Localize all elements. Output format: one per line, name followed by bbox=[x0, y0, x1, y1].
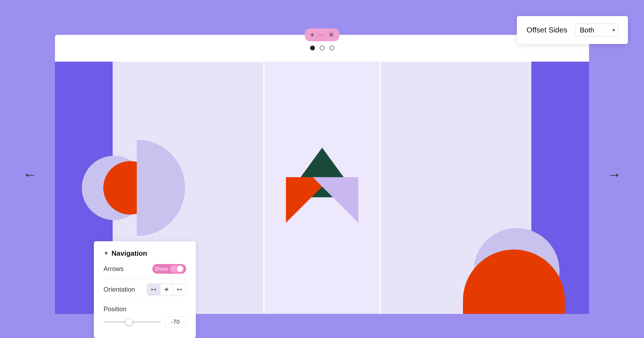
toggle-thumb bbox=[177, 266, 183, 272]
toggle-container[interactable]: Show bbox=[152, 264, 186, 274]
dot-2[interactable] bbox=[320, 46, 325, 50]
svg-rect-7 bbox=[181, 288, 182, 291]
orientation-label: Orientation bbox=[104, 286, 135, 293]
orientation-center-btn[interactable] bbox=[160, 284, 173, 295]
dot-1[interactable] bbox=[310, 46, 315, 50]
orientation-group bbox=[147, 284, 186, 295]
toggle-track[interactable] bbox=[170, 265, 184, 273]
orientation-row: Orientation bbox=[104, 284, 186, 295]
position-label: Position bbox=[104, 305, 186, 313]
slider-value[interactable]: -70 bbox=[165, 317, 186, 327]
orientation-left-btn[interactable] bbox=[147, 284, 160, 295]
left-half-circle bbox=[137, 140, 185, 236]
diamond-wrapper bbox=[277, 142, 368, 233]
slide-center bbox=[264, 62, 380, 314]
position-section: Position -70 bbox=[104, 305, 186, 327]
drag-icon[interactable]: ⋯ bbox=[318, 31, 325, 38]
nav-arrow-right[interactable]: → bbox=[607, 168, 621, 181]
nav-panel-title: ▼ Navigation bbox=[104, 249, 186, 258]
arrows-label: Arrows bbox=[104, 265, 124, 273]
nav-panel: ▼ Navigation Arrows Show Orientation bbox=[94, 241, 196, 338]
nav-arrow-left[interactable]: ← bbox=[23, 168, 37, 181]
divider-2 bbox=[104, 301, 186, 301]
slider-thumb[interactable] bbox=[125, 318, 133, 326]
collapse-icon[interactable]: ▼ bbox=[104, 250, 109, 257]
toolbar-pill: + ⋯ ✕ bbox=[305, 28, 339, 41]
dots-indicator bbox=[55, 46, 589, 50]
slider-row: -70 bbox=[104, 317, 186, 327]
slider-fill bbox=[104, 321, 126, 323]
add-icon[interactable]: + bbox=[310, 31, 314, 39]
dot-3[interactable] bbox=[329, 46, 334, 50]
slider-track[interactable] bbox=[104, 321, 160, 323]
arrows-row: Arrows Show bbox=[104, 264, 186, 274]
offset-select[interactable]: Both Left Right None bbox=[575, 24, 618, 36]
divider-1 bbox=[104, 279, 186, 279]
nav-panel-label: Navigation bbox=[112, 249, 147, 258]
offset-select-wrapper: Both Left Right None bbox=[575, 24, 618, 36]
svg-rect-0 bbox=[152, 288, 152, 291]
slide-right bbox=[381, 62, 589, 314]
offset-panel: Offset Sides Both Left Right None bbox=[517, 16, 628, 44]
shape-purple-triangle bbox=[313, 177, 358, 223]
offset-label: Offset Sides bbox=[527, 26, 567, 34]
close-icon[interactable]: ✕ bbox=[329, 31, 334, 39]
toggle-label: Show bbox=[154, 266, 168, 272]
orientation-right-btn[interactable] bbox=[173, 284, 186, 295]
